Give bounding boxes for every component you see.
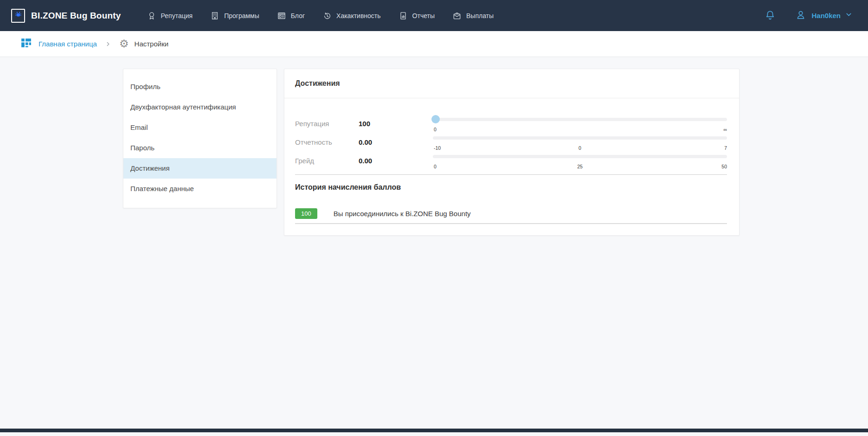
section-divider [295,174,727,175]
reporting-slider: -10 0 7 [433,133,727,151]
tick-min: 0 [434,127,437,132]
dashboard-grid-icon [20,37,32,51]
building-icon [210,11,219,20]
points-badge: 100 [295,208,317,219]
brand-title: BI.ZONE Bug Bounty [31,11,121,21]
metric-value: 100 [359,120,433,128]
breadcrumb-home-link[interactable]: Главная страница [20,37,97,51]
nav-item-label: Блог [291,12,305,19]
breadcrumb-current-label: Настройки [135,40,169,48]
metric-label: Репутация [284,120,359,128]
metric-value: 0.00 [359,157,433,165]
sidebar-item-email[interactable]: Email [123,117,276,138]
settings-sidebar: Профиль Двухфакторная аутентификация Ema… [123,69,277,208]
history-title: История начисления баллов [295,183,739,192]
metric-value: 0.00 [359,138,433,146]
blog-icon [277,11,286,20]
bug-icon [15,11,22,20]
slider-track [433,136,727,140]
sidebar-item-profile[interactable]: Профиль [123,77,276,97]
nav-item-reports[interactable]: Отчеты [399,11,435,20]
nav-right: Han0ken [765,9,853,22]
sidebar-item-payment-details[interactable]: Платежные данные [123,179,276,199]
metric-row-reputation: Репутация 100 0 ∞ [284,114,739,133]
tick-min: 0 [434,164,437,169]
slider-track [433,155,727,158]
payments-icon [452,11,462,20]
history-entry-text: Вы присоединились к Bi.ZONE Bug Bounty [334,210,471,218]
nav-item-label: Репутация [161,12,193,19]
slider-thumb[interactable] [431,115,440,123]
nav-item-label: Хакактивность [336,12,381,19]
sidebar-item-achievements[interactable]: Достижения [123,158,276,179]
breadcrumb: Главная страница ⚙ Настройки [0,31,868,57]
tick-min: -10 [434,145,441,151]
page-content: Профиль Двухфакторная аутентификация Ema… [0,57,868,432]
gear-icon: ⚙ [119,38,129,49]
nav-item-blog[interactable]: Блог [277,11,305,20]
tick-max: ∞ [724,127,727,132]
nav-item-reputation[interactable]: Репутация [147,11,193,20]
user-icon [795,9,806,22]
nav-item-programs[interactable]: Программы [210,11,259,20]
history-entry: 100 Вы присоединились к Bi.ZONE Bug Boun… [295,208,727,224]
metric-row-reporting: Отчетность 0.00 -10 0 7 [284,133,739,151]
slider-track [433,118,727,121]
chevron-right-icon [105,41,111,47]
tick-mid: 25 [577,164,583,169]
sidebar-item-password[interactable]: Пароль [123,138,276,158]
reputation-slider: 0 ∞ [433,114,727,133]
nav-item-payouts[interactable]: Выплаты [452,11,494,20]
award-icon [147,11,156,20]
metrics-list: Репутация 100 0 ∞ Отчетность 0.00 [284,114,739,170]
top-nav: BI.ZONE Bug Bounty Репутация [0,0,868,31]
tick-mid: 0 [579,145,581,151]
breadcrumb-home-label: Главная страница [39,40,97,48]
history-icon [322,11,332,20]
metric-label: Отчетность [284,138,359,146]
nav-item-label: Программы [224,12,259,19]
breadcrumb-current: ⚙ Настройки [119,38,168,49]
metric-label: Грейд [284,157,359,165]
nav-menu: Репутация Программы [147,11,512,20]
bell-icon [765,9,776,22]
nav-item-label: Выплаты [466,12,494,19]
bottom-edge-strip [0,429,868,432]
achievements-title: Достижения [295,79,340,88]
brand-logo[interactable] [11,9,25,23]
user-name: Han0ken [811,12,841,19]
sidebar-item-2fa[interactable]: Двухфакторная аутентификация [123,97,276,117]
report-icon [399,11,408,20]
tick-max: 7 [724,145,727,151]
nav-item-hackactivity[interactable]: Хакактивность [322,11,381,20]
metric-row-grade: Грейд 0.00 0 25 50 [284,151,739,170]
nav-item-label: Отчеты [412,12,435,19]
achievements-header: Достижения [284,69,739,98]
tick-max: 50 [721,164,727,169]
user-menu[interactable]: Han0ken [795,9,853,22]
achievements-card: Достижения Репутация 100 0 ∞ Отчетность [284,69,739,236]
notifications-button[interactable] [765,9,776,22]
grade-slider: 0 25 50 [433,151,727,170]
chevron-down-icon [845,11,853,20]
